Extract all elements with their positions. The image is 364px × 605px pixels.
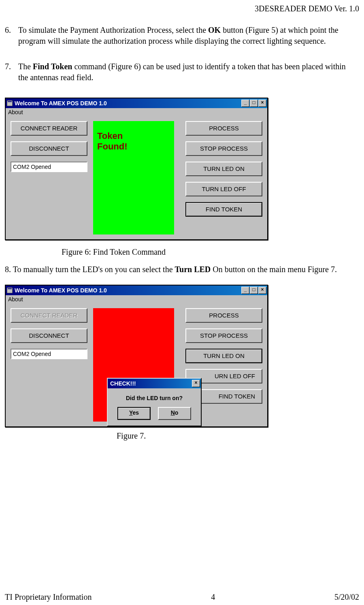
- window-title: Welcome To AMEX POS DEMO 1.0: [15, 100, 241, 107]
- turn-led-off-button[interactable]: TURN LED OFF: [185, 182, 262, 196]
- no-accel: N: [171, 409, 175, 416]
- svg-rect-3: [8, 288, 12, 289]
- connect-reader-button: CONNECT READER: [11, 308, 87, 323]
- bold-ok: OK: [208, 26, 221, 34]
- figure-7-caption: Figure 7.: [117, 431, 359, 441]
- status-textbox[interactable]: COM2 Opened: [11, 349, 87, 359]
- titlebar: Welcome To AMEX POS DEMO 1.0 _ □ ×: [6, 285, 267, 295]
- turn-led-on-button[interactable]: TURN LED ON: [185, 162, 262, 176]
- footer-center: 4: [211, 592, 215, 602]
- bold-turn-led: Turn LED: [175, 265, 211, 274]
- text: To simulate the Payment Authorization Pr…: [18, 26, 208, 34]
- yes-accel: Y: [129, 409, 133, 416]
- minimize-button[interactable]: _: [241, 100, 249, 107]
- window-title: Welcome To AMEX POS DEMO 1.0: [15, 287, 241, 294]
- list-number-7: 7.: [5, 61, 16, 72]
- list-body-8: To manually turn the LED's on you can se…: [11, 265, 337, 274]
- app-icon: [6, 100, 13, 107]
- turn-led-on-button[interactable]: TURN LED ON: [185, 349, 262, 363]
- stop-process-button[interactable]: STOP PROCESS: [185, 328, 262, 343]
- menu-bar: About: [6, 108, 267, 116]
- yes-rest: es: [133, 409, 139, 416]
- no-rest: o: [175, 409, 179, 416]
- menu-bar: About: [6, 295, 267, 303]
- process-button[interactable]: PROCESS: [185, 308, 262, 323]
- text: The: [18, 62, 33, 71]
- text: To manually turn the LED's on you can se…: [11, 265, 175, 274]
- footer-right: 5/20/02: [334, 592, 359, 602]
- no-button[interactable]: No: [158, 407, 191, 420]
- figure-6-window: Welcome To AMEX POS DEMO 1.0 _ □ × About…: [5, 98, 268, 240]
- figure-6-caption: Figure 6: Find Token Command: [62, 247, 359, 257]
- app-icon: [6, 287, 13, 294]
- dialog-titlebar: CHECK!!! ×: [108, 379, 201, 388]
- process-button[interactable]: PROCESS: [185, 121, 262, 136]
- token-found-line2: Found!: [97, 141, 170, 152]
- stop-process-button[interactable]: STOP PROCESS: [185, 141, 262, 156]
- about-menu[interactable]: About: [8, 109, 23, 115]
- token-found-line1: Token: [97, 131, 170, 141]
- titlebar: Welcome To AMEX POS DEMO 1.0 _ □ ×: [6, 98, 267, 108]
- page-footer: TI Proprietary Information 4 5/20/02: [5, 592, 359, 602]
- about-menu[interactable]: About: [8, 296, 23, 302]
- status-textbox[interactable]: COM2 Opened: [11, 162, 87, 172]
- list-item-7: 7. The Find Token command (Figure 6) can…: [5, 61, 359, 83]
- list-number-6: 6.: [5, 25, 16, 36]
- close-button[interactable]: ×: [258, 100, 266, 107]
- yes-button[interactable]: Yes: [117, 407, 151, 420]
- dialog-title: CHECK!!!: [109, 380, 192, 387]
- maximize-button[interactable]: □: [250, 100, 258, 107]
- list-number-8: 8.: [5, 265, 11, 274]
- svg-rect-1: [8, 101, 12, 102]
- disconnect-button[interactable]: DISCONNECT: [11, 328, 87, 343]
- check-dialog: CHECK!!! × Did the LED turn on? Yes No: [107, 378, 202, 426]
- find-token-button[interactable]: FIND TOKEN: [185, 202, 262, 217]
- footer-left: TI Proprietary Information: [5, 592, 92, 602]
- close-button[interactable]: ×: [258, 287, 266, 294]
- list-item-8: 8. To manually turn the LED's on you can…: [5, 264, 359, 275]
- dialog-message: Did the LED turn on?: [108, 388, 201, 405]
- token-found-panel: Token Found!: [93, 121, 174, 234]
- minimize-button[interactable]: _: [241, 287, 249, 294]
- maximize-button[interactable]: □: [250, 287, 258, 294]
- list-body-7: The Find Token command (Figure 6) can be…: [18, 61, 350, 83]
- list-item-6: 6. To simulate the Payment Authorization…: [5, 25, 359, 47]
- text: On button on the main menu Figure 7.: [211, 265, 337, 274]
- dialog-close-button[interactable]: ×: [192, 380, 200, 387]
- list-body-6: To simulate the Payment Authorization Pr…: [18, 25, 350, 47]
- bold-find-token: Find Token: [33, 62, 72, 71]
- connect-reader-button[interactable]: CONNECT READER: [11, 121, 87, 136]
- page-header: 3DESREADER DEMO Ver. 1.0: [5, 4, 359, 13]
- disconnect-button[interactable]: DISCONNECT: [11, 141, 87, 156]
